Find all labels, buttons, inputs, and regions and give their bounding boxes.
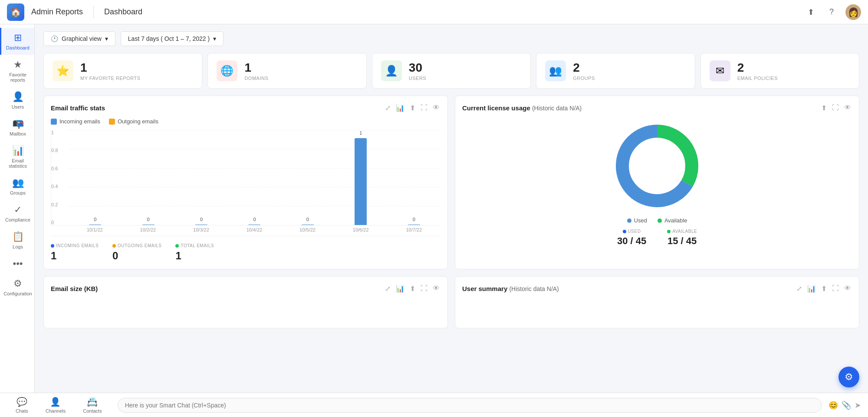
legend-outgoing-label: Outgoing emails — [118, 118, 158, 125]
expand-icon[interactable]: ⤢ — [384, 284, 391, 294]
users-stat-icon: 👤 — [381, 60, 402, 81]
share-icon[interactable]: ⬆ — [820, 103, 828, 113]
donut-chart — [609, 118, 705, 214]
user-summary-card: User summary (Historic data N/A) ⤢ 📊 ⬆ ⛶… — [455, 276, 859, 328]
bar-7 — [408, 225, 420, 225]
x-label-3: 10/3/22 — [174, 225, 228, 232]
graphical-view-button[interactable]: 🕐 Graphical view ▾ — [43, 31, 115, 46]
hide-icon[interactable]: 👁 — [432, 103, 441, 113]
x-label-1: 10/1/22 — [68, 225, 122, 232]
bar-value-5: 0 — [306, 217, 309, 222]
email-policies-count: 2 — [737, 61, 778, 75]
upload-button[interactable]: ⬆ — [804, 5, 818, 19]
clock-icon: 🕐 — [51, 35, 58, 42]
users-count: 30 — [409, 61, 426, 75]
fullscreen-icon[interactable]: ⛶ — [420, 284, 428, 294]
bar-chart-icon[interactable]: 📊 — [806, 284, 817, 294]
user-summary-header: User summary (Historic data N/A) ⤢ 📊 ⬆ ⛶… — [462, 284, 852, 294]
compliance-icon: ✓ — [14, 204, 22, 215]
chart-stats: INCOMING EMAILS 1 OUTGOING EMAILS 0 — [51, 236, 441, 262]
date-range-button[interactable]: Last 7 days ( Oct 1 – 7, 2022 ) ▾ — [121, 31, 224, 46]
channels-icon: 👤 — [50, 397, 61, 407]
sidebar-item-favorite-reports[interactable]: ★ Favorite reports — [0, 55, 34, 87]
bar-value-4: 0 — [253, 217, 256, 222]
share-icon[interactable]: ⬆ — [409, 284, 416, 294]
mailbox-icon: 📭 — [12, 118, 24, 129]
email-policies-stat-icon: ✉ — [710, 60, 730, 81]
fullscreen-icon[interactable]: ⛶ — [420, 103, 428, 113]
sidebar-item-label: Mailbox — [10, 131, 26, 136]
sidebar-item-label: Dashboard — [6, 45, 30, 50]
legend-incoming-label: Incoming emails — [59, 118, 100, 125]
total-label: TOTAL EMAILS — [175, 243, 214, 248]
sidebar-item-dashboard[interactable]: ⊞ Dashboard — [0, 28, 34, 55]
sidebar-item-groups[interactable]: 👥 Groups — [0, 173, 34, 200]
hide-icon[interactable]: 👁 — [432, 284, 441, 294]
dot-blue — [51, 244, 54, 248]
stat-incoming: INCOMING EMAILS 1 — [51, 243, 99, 262]
sidebar-item-more[interactable]: ••• — [0, 254, 34, 274]
configuration-icon: ⚙ — [13, 278, 22, 289]
bar-value-1: 0 — [94, 217, 96, 222]
bar-chart-icon[interactable]: 📊 — [395, 103, 405, 113]
sidebar-item-users[interactable]: 👤 Users — [0, 87, 34, 114]
share-icon[interactable]: ⬆ — [409, 103, 416, 113]
bar-6 — [355, 138, 367, 225]
stat-card-email-policies: ✉ 2 EMAIL POLICIES — [700, 53, 859, 89]
bar-group-6: 1 — [334, 138, 387, 225]
fullscreen-icon[interactable]: ⛶ — [831, 103, 840, 113]
groups-icon: 👥 — [12, 177, 24, 189]
expand-icon[interactable]: ⤢ — [384, 103, 391, 113]
sidebar-item-compliance[interactable]: ✓ Compliance — [0, 200, 34, 227]
emoji-icon[interactable]: 😊 — [829, 400, 838, 410]
sidebar-item-label: Configuration — [3, 291, 32, 296]
smart-chat-input[interactable] — [118, 398, 822, 413]
y-label-08: 0.8 — [51, 148, 58, 153]
chart-actions-summary: ⤢ 📊 ⬆ ⛶ 👁 — [796, 284, 852, 294]
chart-actions-size: ⤢ 📊 ⬆ ⛶ 👁 — [384, 284, 441, 294]
help-button[interactable]: ? — [825, 5, 838, 19]
x-label-6: 10/6/22 — [334, 225, 388, 232]
chat-fab-button[interactable]: ⚙ — [838, 367, 859, 387]
view-label: Graphical view — [62, 35, 102, 42]
channels-label: Channels — [46, 408, 66, 414]
legend-bar-orange — [109, 119, 115, 125]
bar-chart-icon[interactable]: 📊 — [395, 284, 405, 294]
available-dot — [658, 218, 662, 223]
stat-info-domains: 1 DOMAINS — [244, 61, 268, 81]
fullscreen-icon[interactable]: ⛶ — [831, 284, 840, 294]
sidebar-item-label: Users — [12, 104, 24, 109]
share-icon[interactable]: ⬆ — [820, 284, 828, 294]
favorite-count: 1 — [80, 61, 140, 75]
sidebar-item-label: Groups — [10, 190, 26, 195]
chart-actions-license: ⬆ ⛶ 👁 — [820, 103, 852, 113]
avatar[interactable]: 👩 — [845, 4, 861, 20]
legend-used: Used — [627, 217, 647, 224]
sidebar-item-email-statistics[interactable]: 📊 Email statistics — [0, 141, 34, 173]
logs-icon: 📋 — [12, 231, 24, 242]
available-stat-label: AVAILABLE — [667, 229, 697, 234]
sidebar-item-configuration[interactable]: ⚙ Configuration — [0, 274, 34, 301]
sidebar-item-mailbox[interactable]: 📭 Mailbox — [0, 114, 34, 141]
bar-4 — [248, 225, 260, 225]
sidebar-item-logs[interactable]: 📋 Logs — [0, 227, 34, 254]
hide-icon[interactable]: 👁 — [843, 284, 852, 294]
chart-header-traffic: Email traffic stats ⤢ 📊 ⬆ ⛶ 👁 — [51, 103, 441, 113]
email-size-header: Email size (KB) ⤢ 📊 ⬆ ⛶ 👁 — [51, 284, 441, 294]
hide-icon[interactable]: 👁 — [843, 103, 852, 113]
page-title: Dashboard — [104, 7, 142, 17]
used-dot — [627, 218, 631, 223]
send-icon[interactable]: ➤ — [855, 400, 861, 410]
outgoing-value: 0 — [112, 250, 161, 262]
bottom-nav-contacts[interactable]: 📇 Contacts — [74, 394, 110, 416]
stat-card-groups: 👥 2 GROUPS — [536, 53, 695, 89]
expand-icon[interactable]: ⤢ — [796, 284, 803, 294]
bar-group-7: 0 — [388, 225, 441, 225]
used-stat-dot — [623, 230, 626, 233]
favorite-label: MY FAVORITE REPORTS — [80, 76, 140, 81]
bottom-nav-channels[interactable]: 👤 Channels — [37, 394, 74, 416]
attachment-icon[interactable]: 📎 — [842, 400, 851, 410]
bar-value-7: 0 — [413, 217, 415, 222]
bottom-nav-chats[interactable]: 💬 Chats — [7, 394, 37, 416]
incoming-label: INCOMING EMAILS — [51, 243, 99, 248]
